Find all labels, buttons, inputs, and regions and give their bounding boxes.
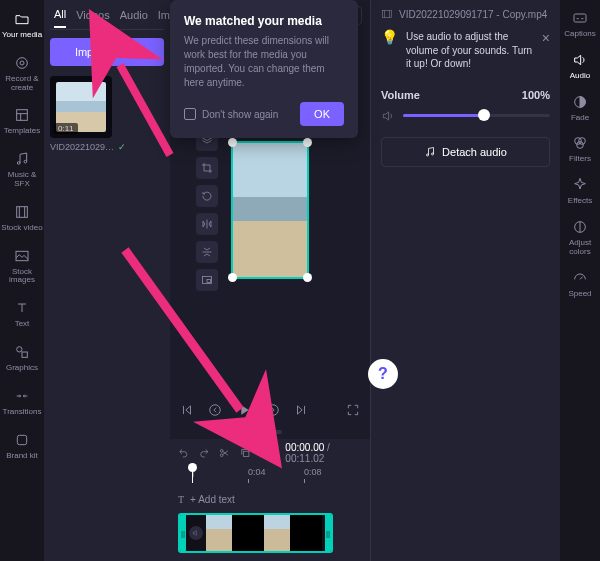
add-text-track[interactable]: T+ Add text: [178, 489, 362, 509]
clip-audio-icon[interactable]: [189, 526, 203, 540]
play-button[interactable]: [236, 402, 252, 418]
svg-rect-20: [574, 14, 586, 22]
clip-handle-right[interactable]: ||: [325, 515, 331, 551]
undo-icon[interactable]: [178, 447, 189, 459]
svg-point-12: [210, 405, 221, 416]
shapes-icon: [13, 343, 31, 361]
svg-point-0: [17, 57, 28, 68]
rotate-icon[interactable]: [196, 185, 218, 207]
speed-icon: [571, 269, 589, 287]
rail-filters[interactable]: Filters: [569, 129, 591, 171]
rail-your-media[interactable]: Your media: [0, 4, 44, 48]
video-clip[interactable]: || ||: [178, 513, 333, 553]
skip-start-icon[interactable]: [180, 403, 194, 417]
project-name-row: VID20221029091717 - Copy.mp4: [381, 8, 550, 20]
canvas-side-tools: [196, 129, 218, 291]
image-icon: [13, 247, 31, 265]
close-icon[interactable]: ×: [542, 30, 550, 71]
speaker-icon: [381, 109, 395, 123]
video-canvas[interactable]: [231, 141, 309, 279]
aspect-ratio-popover: We matched your media We predict these d…: [170, 0, 358, 138]
pip-icon[interactable]: [196, 269, 218, 291]
flip-vertical-icon[interactable]: [196, 241, 218, 263]
tab-all[interactable]: All: [54, 8, 66, 28]
film-icon: [13, 203, 31, 221]
split-icon[interactable]: [219, 447, 230, 459]
rail-label: Stock images: [0, 268, 44, 286]
clip-handle-left[interactable]: ||: [180, 515, 186, 551]
skip-end-icon[interactable]: [294, 403, 308, 417]
volume-slider[interactable]: [381, 109, 550, 123]
resize-handle[interactable]: [303, 273, 312, 282]
rail-templates[interactable]: Templates: [0, 100, 44, 144]
crop-icon[interactable]: [196, 157, 218, 179]
media-panel: All Videos Audio Imag Import media 0:11 …: [44, 0, 170, 561]
resize-handle[interactable]: [228, 273, 237, 282]
step-back-icon[interactable]: [208, 403, 222, 417]
rail-transitions[interactable]: Transitions: [0, 381, 44, 425]
thumbnail-image: 0:11: [50, 76, 112, 138]
rail-captions[interactable]: Captions: [564, 4, 596, 46]
rail-stock-images[interactable]: Stock images: [0, 241, 44, 294]
playhead[interactable]: [192, 467, 193, 483]
rail-adjust-colors[interactable]: Adjust colors: [560, 213, 600, 264]
svg-point-24: [577, 142, 584, 149]
thumbnail-name: VID20221029…✓: [50, 142, 112, 152]
rail-speed[interactable]: Speed: [568, 264, 591, 306]
rail-music-sfx[interactable]: Music & SFX: [0, 144, 44, 197]
fade-icon: [571, 93, 589, 111]
svg-rect-16: [244, 451, 249, 456]
clip-track[interactable]: || ||: [178, 513, 362, 553]
layout-icon: [13, 106, 31, 124]
resize-handle[interactable]: [228, 138, 237, 147]
media-thumbnail[interactable]: 0:11 VID20221029…✓: [50, 76, 112, 152]
tab-videos[interactable]: Videos: [76, 9, 109, 27]
playback-bar: [170, 395, 370, 425]
rail-audio[interactable]: Audio: [570, 46, 590, 88]
detach-audio-button[interactable]: Detach audio: [381, 137, 550, 167]
svg-rect-9: [17, 435, 26, 444]
rail-effects[interactable]: Effects: [568, 171, 592, 213]
panel-splitter[interactable]: [170, 425, 370, 439]
svg-point-1: [20, 61, 24, 65]
timeline-tools: 00:00.00 / 00:11.02: [178, 443, 362, 463]
rail-graphics[interactable]: Graphics: [0, 337, 44, 381]
flip-horizontal-icon[interactable]: [196, 213, 218, 235]
speaker-icon: [571, 51, 589, 69]
film-icon: [381, 8, 393, 20]
rail-brand-kit[interactable]: Brand kit: [0, 425, 44, 469]
import-media-button[interactable]: Import media: [50, 38, 164, 66]
svg-point-13: [268, 405, 279, 416]
dont-show-again-checkbox[interactable]: Don't show again: [184, 108, 278, 120]
help-button[interactable]: ?: [368, 359, 398, 389]
rail-label: Record & create: [0, 75, 44, 93]
resize-handle[interactable]: [303, 138, 312, 147]
timeline-ruler[interactable]: | 0:04 0:08: [178, 467, 362, 483]
copy-icon[interactable]: [240, 447, 251, 459]
rail-stock-video[interactable]: Stock video: [0, 197, 44, 241]
volume-value: 100%: [522, 89, 550, 101]
tip-text: Use audio to adjust the volume of your s…: [406, 30, 534, 71]
ruler-tick: 0:08: [304, 467, 322, 477]
tab-audio[interactable]: Audio: [120, 9, 148, 27]
text-icon: [13, 299, 31, 317]
timeline-panel: 00:00.00 / 00:11.02 | 0:04 0:08 T+ Add t…: [170, 439, 370, 561]
slider-thumb[interactable]: [478, 109, 490, 121]
delete-icon[interactable]: [261, 447, 272, 459]
rail-record-create[interactable]: Record & create: [0, 48, 44, 101]
rail-label: Your media: [2, 31, 42, 40]
effects-icon: [571, 176, 589, 194]
filters-icon: [571, 134, 589, 152]
ok-button[interactable]: OK: [300, 102, 344, 126]
rail-fade[interactable]: Fade: [571, 88, 589, 130]
svg-rect-17: [383, 11, 392, 18]
rail-label: Music & SFX: [0, 171, 44, 189]
rail-text[interactable]: Text: [0, 293, 44, 337]
svg-point-4: [24, 161, 27, 164]
popover-body: We predict these dimensions will work be…: [184, 34, 344, 90]
redo-icon[interactable]: [199, 447, 210, 459]
svg-point-15: [221, 454, 224, 457]
step-forward-icon[interactable]: [266, 403, 280, 417]
svg-rect-11: [207, 279, 211, 282]
fullscreen-icon[interactable]: [346, 403, 360, 417]
